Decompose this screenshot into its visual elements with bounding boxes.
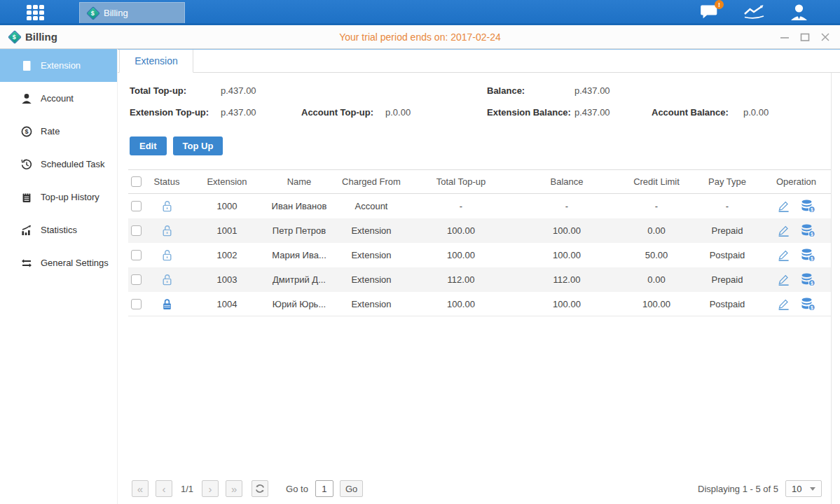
charged-from-cell: Extension <box>334 243 408 267</box>
sidebar-item-label: Extension <box>41 60 81 71</box>
sidebar-item-rate[interactable]: $ Rate <box>0 115 117 148</box>
extension-cell: 1001 <box>190 218 264 243</box>
edit-button[interactable]: Edit <box>130 136 167 155</box>
sidebar-item-label: General Settings <box>41 258 109 268</box>
svg-text:$: $ <box>811 207 813 213</box>
sidebar-item-scheduled-task[interactable]: Scheduled Task <box>0 148 117 181</box>
pay-type-cell: Prepaid <box>693 218 762 243</box>
sidebar-item-statistics[interactable]: Statistics <box>0 214 117 246</box>
balance-cell: 100.00 <box>514 292 620 316</box>
col-extension: Extension <box>190 170 264 193</box>
unlock-icon <box>162 274 172 286</box>
credit-limit-cell: - <box>620 194 693 218</box>
pay-type-cell: - <box>693 194 762 218</box>
sidebar-item-label: Account <box>41 93 74 104</box>
refresh-icon <box>255 484 265 493</box>
chart-icon[interactable] <box>743 4 765 20</box>
billing-app-tab[interactable]: $ Billing <box>79 2 185 24</box>
chevron-down-icon <box>810 487 815 491</box>
message-icon[interactable]: ! <box>700 4 719 20</box>
svg-text:$: $ <box>811 256 813 262</box>
status-cell <box>144 218 190 243</box>
total-topup-cell: 100.00 <box>408 243 514 267</box>
ledger-icon <box>21 60 32 71</box>
col-balance: Balance <box>514 170 620 193</box>
table-row: 1000 Иван Иванов Account - - - - $ <box>128 194 831 218</box>
charged-from-cell: Extension <box>334 267 408 292</box>
operation-cell: $ <box>762 292 831 316</box>
user-icon[interactable] <box>790 4 808 20</box>
app-tab-label: Billing <box>104 8 128 18</box>
col-charged-from: Charged From <box>334 170 408 193</box>
row-checkbox[interactable] <box>131 250 142 260</box>
account-topup-label: Account Top-up: <box>301 107 385 118</box>
displaying-text: Displaying 1 - 5 of 5 <box>698 484 778 494</box>
balance-value: p.437.00 <box>574 85 652 96</box>
svg-text:$: $ <box>811 281 813 286</box>
maximize-icon[interactable] <box>800 32 810 42</box>
page-size-select[interactable]: 10 <box>785 480 822 497</box>
prev-page-button[interactable]: ‹ <box>156 480 172 497</box>
row-checkbox[interactable] <box>131 274 142 285</box>
name-cell: Дмитрий Д... <box>264 267 334 292</box>
edit-icon[interactable] <box>777 225 790 237</box>
next-page-button[interactable]: › <box>202 480 219 497</box>
summary-section: Total Top-up: p.437.00 Extension Top-up:… <box>118 73 840 123</box>
extension-cell: 1003 <box>190 267 264 292</box>
col-status: Status <box>144 170 190 193</box>
topup-icon[interactable]: $ <box>801 224 815 237</box>
row-checkbox[interactable] <box>131 225 142 236</box>
sidebar-item-general-settings[interactable]: General Settings <box>0 246 117 279</box>
apps-grid-icon[interactable] <box>27 5 49 22</box>
row-checkbox[interactable] <box>131 299 142 309</box>
top-bar: $ Billing ! <box>0 0 840 25</box>
edit-icon[interactable] <box>777 298 790 310</box>
page-size-value: 10 <box>792 484 801 494</box>
name-cell: Юрий Юрь... <box>264 292 334 316</box>
col-total-topup: Total Top-up <box>408 170 514 193</box>
balance-cell: - <box>514 194 620 218</box>
topup-icon[interactable]: $ <box>801 298 815 311</box>
account-balance-value: p.0.00 <box>743 107 840 118</box>
status-cell <box>144 267 190 292</box>
refresh-button[interactable] <box>252 480 268 497</box>
go-button[interactable]: Go <box>340 480 363 497</box>
col-operation: Operation <box>762 170 831 193</box>
name-cell: Иван Иванов <box>264 194 334 218</box>
row-checkbox[interactable] <box>131 201 142 211</box>
tab-extension[interactable]: Extension <box>119 50 193 73</box>
first-page-button[interactable]: « <box>132 480 149 497</box>
topup-icon[interactable]: $ <box>801 248 815 262</box>
name-cell: Петр Петров <box>264 218 334 243</box>
pay-type-cell: Postpaid <box>693 292 762 316</box>
topup-icon[interactable]: $ <box>801 200 815 213</box>
operation-cell: $ <box>762 267 831 292</box>
close-icon[interactable] <box>820 32 830 42</box>
top-up-button[interactable]: Top Up <box>173 136 223 155</box>
balance-cell: 100.00 <box>514 218 620 243</box>
stats-icon <box>21 225 32 236</box>
pay-type-cell: Postpaid <box>693 243 762 267</box>
edit-icon[interactable] <box>777 249 790 261</box>
edit-icon[interactable] <box>777 274 790 286</box>
goto-page-input[interactable] <box>315 480 333 497</box>
extension-topup-value: p.437.00 <box>221 107 301 118</box>
table-row: 1001 Петр Петров Extension 100.00 100.00… <box>128 218 831 243</box>
topup-icon[interactable]: $ <box>801 273 815 286</box>
balance-label: Balance: <box>487 85 574 96</box>
sidebar-item-topup-history[interactable]: Top-up History <box>0 181 117 214</box>
unlock-icon <box>162 249 172 261</box>
notebook-icon <box>21 192 32 203</box>
person-icon <box>21 93 32 104</box>
select-all-checkbox[interactable] <box>131 176 142 187</box>
billing-diamond-icon: $ <box>86 6 100 20</box>
sidebar-item-account[interactable]: Account <box>0 82 117 115</box>
svg-text:$: $ <box>25 128 28 135</box>
sidebar-item-extension[interactable]: Extension <box>0 49 117 82</box>
edit-icon[interactable] <box>777 200 790 212</box>
charged-from-cell: Extension <box>334 218 408 243</box>
table-row: 1004 Юрий Юрь... Extension 100.00 100.00… <box>128 292 831 316</box>
action-buttons: Edit Top Up <box>130 136 840 155</box>
minimize-icon[interactable] <box>780 32 790 42</box>
last-page-button[interactable]: » <box>226 480 242 497</box>
